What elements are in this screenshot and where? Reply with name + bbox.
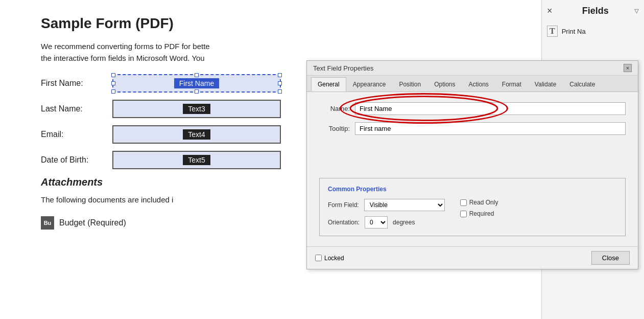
- dialog-tabs: General Appearance Position Options Acti…: [307, 76, 638, 92]
- required-checkbox[interactable]: [460, 211, 467, 217]
- left-props: Form Field: Visible Hidden Visible but d…: [328, 199, 445, 229]
- read-only-row: Read Only: [460, 199, 498, 206]
- form-field-row: Form Field: Visible Hidden Visible but d…: [328, 199, 445, 211]
- panel-print-na: T Print Na: [547, 24, 639, 39]
- tab-actions[interactable]: Actions: [462, 77, 495, 92]
- dialog-close-button[interactable]: ×: [624, 64, 632, 72]
- field-text-firstname: First Name: [174, 78, 219, 88]
- dialog-title-bar: Text Field Properties ×: [307, 61, 638, 76]
- budget-icon: Bu: [41, 216, 54, 230]
- form-field-label: Form Field:: [328, 201, 359, 209]
- field-dob[interactable]: Text5: [112, 151, 281, 169]
- panel-filter-icon[interactable]: ▿: [634, 5, 639, 16]
- dialog-close-btn[interactable]: Close: [591, 251, 630, 265]
- tab-position[interactable]: Position: [392, 77, 427, 92]
- field-text-email: Text4: [183, 129, 210, 140]
- spacer: [319, 142, 626, 173]
- degrees-label: degrees: [393, 219, 415, 226]
- tooltip-field-row: Tooltip:: [319, 122, 626, 135]
- panel-close-button[interactable]: ×: [547, 6, 553, 16]
- name-input[interactable]: [355, 102, 626, 115]
- panel-header: × Fields ▿: [547, 5, 639, 16]
- text-field-properties-dialog: Text Field Properties × General Appearan…: [306, 60, 638, 269]
- form-field-select[interactable]: Visible Hidden Visible but doesn't print…: [364, 199, 445, 211]
- dialog-footer: Locked Close: [307, 246, 638, 269]
- tab-appearance[interactable]: Appearance: [346, 77, 393, 92]
- common-properties-section: Common Properties Form Field: Visible Hi…: [319, 178, 626, 236]
- required-label: Required: [469, 210, 494, 217]
- text-field-icon: T: [547, 26, 558, 37]
- orientation-select[interactable]: 0 90 180 270: [365, 216, 388, 229]
- handle-bc: [195, 89, 199, 94]
- tab-format[interactable]: Format: [495, 77, 528, 92]
- common-props-content: Form Field: Visible Hidden Visible but d…: [328, 199, 617, 229]
- locked-label: Locked: [324, 255, 344, 262]
- name-label: Name:: [319, 105, 350, 112]
- required-row: Required: [460, 210, 498, 217]
- common-props-title: Common Properties: [328, 186, 617, 193]
- handle-br: [278, 89, 282, 94]
- tab-calculate[interactable]: Calculate: [563, 77, 602, 92]
- dialog-title: Text Field Properties: [313, 64, 374, 72]
- field-firstname[interactable]: First Name: [112, 74, 281, 93]
- tooltip-label: Tooltip:: [319, 125, 350, 132]
- panel-title: Fields: [582, 6, 609, 16]
- orientation-label: Orientation:: [328, 219, 360, 226]
- locked-checkbox[interactable]: [315, 255, 322, 261]
- handle-tc: [195, 73, 199, 77]
- orientation-row: Orientation: 0 90 180 270 degrees: [328, 216, 445, 229]
- tab-validate[interactable]: Validate: [528, 77, 563, 92]
- name-field-wrapper: [355, 102, 626, 115]
- panel-item-label: Print Na: [562, 28, 586, 35]
- label-email: Email:: [41, 130, 112, 139]
- label-lastname: Last Name:: [41, 104, 112, 113]
- field-text-lastname: Text3: [183, 104, 210, 114]
- field-lastname[interactable]: Text3: [112, 100, 281, 118]
- name-field-row: Name:: [319, 102, 626, 115]
- locked-row: Locked: [315, 255, 344, 262]
- handle-tl: [111, 73, 115, 77]
- handle-mr: [278, 81, 282, 85]
- tab-general[interactable]: General: [311, 77, 346, 92]
- handle-tr: [278, 73, 282, 77]
- right-props: Read Only Required: [460, 199, 498, 217]
- label-dob: Date of Birth:: [41, 155, 112, 165]
- field-text-dob: Text5: [183, 155, 210, 165]
- read-only-checkbox[interactable]: [460, 199, 467, 206]
- document-title: Sample Form (PDF): [41, 15, 500, 32]
- budget-text: Budget (Required): [59, 218, 126, 227]
- read-only-label: Read Only: [469, 199, 498, 206]
- field-email[interactable]: Text4: [112, 125, 281, 144]
- tab-options[interactable]: Options: [427, 77, 462, 92]
- tooltip-input[interactable]: [355, 122, 626, 135]
- handle-bl: [111, 89, 115, 94]
- dialog-body: Name: Tooltip: Common Properties: [307, 92, 638, 246]
- label-firstname: First Name:: [41, 79, 112, 88]
- handle-ml: [111, 81, 115, 85]
